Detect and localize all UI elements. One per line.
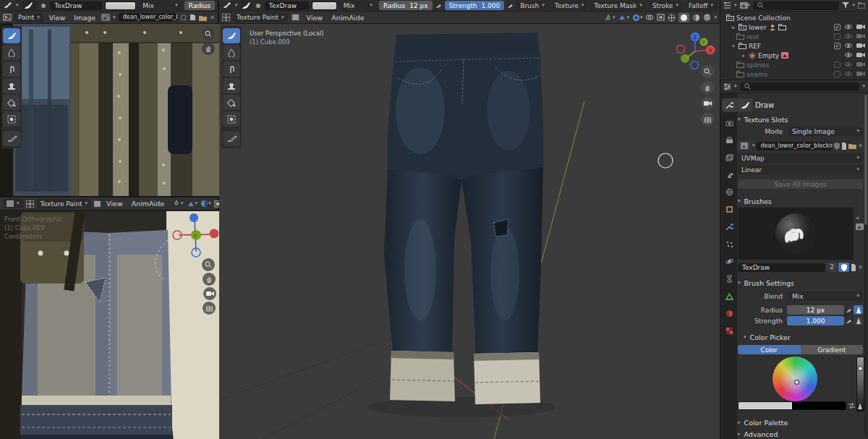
tab-view-layer[interactable]	[722, 150, 737, 164]
shading-solid-icon[interactable]	[678, 13, 689, 22]
draw-tool-button[interactable]	[223, 28, 240, 43]
shading-dropdown[interactable]: ▾	[200, 200, 211, 208]
shading-material-icon[interactable]	[692, 14, 700, 22]
outliner-row-scene-collection[interactable]: Scene Collection	[720, 13, 868, 22]
brush-popover[interactable]: Brush▾	[516, 1, 548, 10]
zoom-icon[interactable]	[202, 258, 215, 271]
pressure-sensitivity-icon[interactable]	[857, 403, 863, 409]
menu-animaide[interactable]: AnimAide	[328, 14, 367, 22]
clone-tool-button[interactable]	[223, 78, 240, 93]
browse-image-icon[interactable]	[738, 141, 751, 150]
exclude-checkbox[interactable]	[834, 61, 841, 68]
texture-slot-image-name[interactable]: dean_lower_color_blocking.10...	[757, 142, 833, 150]
mask-tool-button[interactable]	[223, 111, 240, 127]
tab-scene[interactable]	[722, 168, 737, 182]
panel-advanced[interactable]: ▸Advanced	[738, 430, 863, 438]
hide-eye-icon[interactable]	[844, 43, 853, 50]
hide-eye-icon[interactable]	[844, 33, 853, 41]
exclude-checkbox[interactable]	[834, 33, 841, 40]
brush-preview-toggle[interactable]	[39, 3, 47, 9]
pan-hand-icon[interactable]	[203, 273, 216, 286]
soften-tool-button[interactable]	[223, 45, 240, 60]
shading-wireframe-icon[interactable]	[668, 14, 676, 22]
outliner-row-seams[interactable]: seams	[720, 69, 868, 79]
brush-users-count[interactable]: 2	[827, 263, 837, 272]
brush-color-swatch[interactable]	[312, 1, 337, 10]
disable-render-camera-icon[interactable]	[856, 33, 865, 41]
pen-pressure-icon[interactable]	[435, 2, 442, 9]
fake-user-shield-icon[interactable]	[834, 142, 840, 150]
secondary-color-swatch[interactable]	[792, 402, 846, 409]
disable-render-camera-icon[interactable]	[856, 52, 865, 59]
annotate-tool-button[interactable]	[3, 131, 20, 146]
menu-image[interactable]: Image	[71, 14, 98, 22]
gradient-tab[interactable]: Gradient	[801, 345, 864, 354]
expand-icon[interactable]: ▸	[731, 25, 736, 30]
brush-preview[interactable]	[738, 208, 854, 260]
strength-slider[interactable]: Strength1.000	[445, 1, 505, 10]
animate-property-icon[interactable]	[846, 307, 852, 313]
properties-search-input[interactable]	[740, 82, 860, 91]
exclude-checkbox[interactable]: ✓	[834, 43, 841, 49]
color-wheel-cursor[interactable]	[794, 380, 799, 385]
clone-tool-button[interactable]	[3, 78, 20, 93]
tab-material[interactable]	[722, 307, 737, 320]
panel-color-picker[interactable]: ▾Color Picker	[744, 333, 863, 341]
front-viewport-canvas[interactable]: Y	[0, 211, 219, 439]
primary-secondary-swatch[interactable]	[738, 401, 846, 410]
disable-render-camera-icon[interactable]	[856, 24, 865, 31]
tab-physics[interactable]	[722, 255, 737, 268]
unlink-image-icon[interactable]: ✕	[858, 142, 863, 149]
image-button[interactable]	[291, 13, 301, 22]
blend-mode-dropdown[interactable]: Mix▾	[340, 1, 376, 10]
menu-view[interactable]: View	[304, 14, 326, 22]
pan-hand-icon[interactable]	[202, 42, 215, 55]
draw-tool-button[interactable]	[3, 28, 20, 43]
chevron-down-icon[interactable]: ▾	[752, 143, 755, 148]
blend-mode-dropdown[interactable]: Mix▾	[139, 1, 182, 10]
outliner-row-splines[interactable]: splines	[720, 60, 868, 69]
editor-type-dropdown[interactable]: ▾	[3, 199, 23, 208]
image-name[interactable]: dean_lower_color_blocking.1001.png	[119, 13, 178, 22]
panel-brush-settings[interactable]: ▾Brush Settings	[738, 279, 863, 287]
chevron-down-icon[interactable]: ▾	[852, 3, 855, 8]
value-slider-handle[interactable]	[858, 366, 863, 371]
hide-eye-icon[interactable]	[844, 24, 853, 31]
texture-mask-popover[interactable]: Texture Mask▾	[590, 1, 646, 10]
perspective-toggle-icon[interactable]	[701, 113, 714, 126]
editor-type-icon[interactable]	[222, 14, 230, 21]
main-viewport-canvas[interactable]: Z Y X	[219, 24, 720, 439]
outliner-search-input[interactable]	[753, 1, 839, 10]
new-image-icon[interactable]	[190, 14, 196, 21]
fill-tool-button[interactable]	[223, 95, 240, 110]
outliner-row-empty[interactable]: ▸ Empty	[720, 51, 868, 60]
new-collection-icon[interactable]	[858, 2, 865, 9]
browse-image-icon[interactable]	[101, 14, 110, 21]
brush-preview-image-icon[interactable]	[856, 219, 864, 233]
tab-texture[interactable]	[722, 324, 737, 338]
mode-dropdown[interactable]: Texture Paint▾	[37, 199, 92, 208]
radius-slider[interactable]: Radius	[184, 1, 215, 10]
brush-color-swatch[interactable]	[105, 1, 136, 10]
snap-dropdown[interactable]: ▾	[618, 14, 629, 21]
uv-texture-image[interactable]	[0, 24, 219, 196]
active-tool-icon[interactable]	[222, 1, 232, 9]
zoom-icon[interactable]	[202, 27, 215, 41]
panel-brushes[interactable]: ▾Brushes	[738, 197, 863, 205]
blend-dropdown[interactable]: Mix▾	[788, 291, 863, 301]
pressure-sensitivity-icon[interactable]	[854, 305, 863, 315]
pan-hand-icon[interactable]	[701, 81, 714, 94]
xray-toggle-icon[interactable]	[657, 14, 665, 21]
panel-texture-slots[interactable]: ▾Texture Slots	[738, 116, 863, 124]
gizmos-dropdown[interactable]: ▾	[173, 200, 184, 207]
disable-render-camera-icon[interactable]	[856, 43, 865, 50]
editor-type-icon[interactable]	[723, 2, 731, 9]
chevron-down-icon[interactable]: ▾	[714, 15, 717, 20]
editor-type-icon[interactable]	[723, 83, 731, 90]
hide-eye-icon[interactable]	[844, 52, 853, 59]
shading-rendered-icon[interactable]	[703, 14, 711, 22]
brush-name-field[interactable]: TexDraw	[738, 263, 825, 272]
pin-image-icon[interactable]	[180, 14, 187, 21]
tab-tool[interactable]	[722, 98, 737, 112]
collapse-icon[interactable]: ▾	[731, 43, 736, 49]
